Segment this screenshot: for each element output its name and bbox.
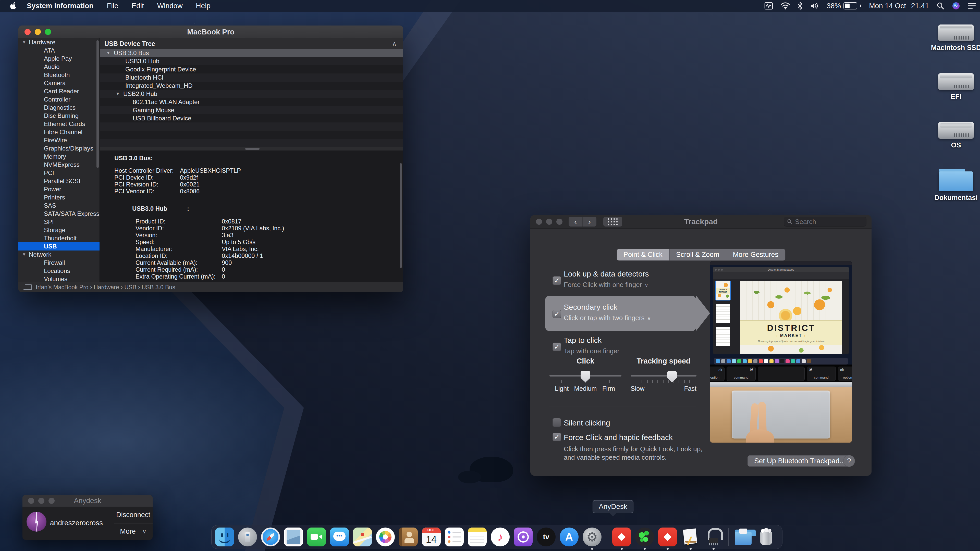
desktop-icon-efi[interactable]: EFI <box>925 73 980 100</box>
more-button[interactable]: More∨ <box>114 523 153 540</box>
sidebar-item[interactable]: USB <box>18 242 100 251</box>
menu-item[interactable]: Help <box>196 2 210 10</box>
forward-button[interactable]: › <box>582 217 597 227</box>
sidebar-item[interactable]: SPI <box>18 218 100 226</box>
si-title-bar[interactable]: MacBook Pro <box>18 25 403 38</box>
setup-bluetooth-trackpad-button[interactable]: Set Up Bluetooth Trackpad... <box>748 455 852 467</box>
dock-icon-podcasts[interactable] <box>514 527 533 546</box>
desktop-icon-macintosh-ssd[interactable]: Macintosh SSD <box>925 24 980 52</box>
sidebar-item[interactable]: ATA <box>18 46 100 55</box>
sidebar-item[interactable]: ▼ Network <box>18 251 100 259</box>
desktop-icon-os[interactable]: OS <box>925 122 980 149</box>
help-button[interactable]: ? <box>843 455 855 467</box>
sidebar-item[interactable]: Audio <box>18 63 100 71</box>
dock-icon-chip-tool[interactable] <box>704 527 723 546</box>
details-scrollbar[interactable] <box>400 163 402 268</box>
dock-icon-launchpad[interactable] <box>238 527 257 546</box>
dock-icon-safari[interactable] <box>261 527 280 546</box>
tree-row[interactable]: ▼ USB 3.0 Bus <box>100 49 403 57</box>
sidebar-item[interactable]: Graphics/Displays <box>18 144 100 152</box>
bluetooth-icon[interactable] <box>797 2 803 10</box>
dock-icon-finder[interactable] <box>215 527 234 546</box>
volume-icon[interactable] <box>810 2 819 10</box>
sidebar-item[interactable]: PCI <box>18 169 100 177</box>
dock-icon-contacts[interactable] <box>399 527 418 546</box>
tree-row[interactable]: Gaming Mouse <box>100 106 403 114</box>
desktop-icon-dokumentasi[interactable]: Dokumentasi <box>925 169 980 202</box>
dock-icon-easel-app[interactable] <box>681 527 700 546</box>
dock-icon-anydesk[interactable] <box>612 527 631 546</box>
dock-icon-messages[interactable]: ••• <box>330 527 349 546</box>
search-field[interactable] <box>784 217 866 227</box>
dock-icon-notes[interactable] <box>468 527 487 546</box>
tracking-slider-track[interactable] <box>631 375 697 376</box>
dock-icon-app-store[interactable]: A <box>560 527 579 546</box>
sidebar-item[interactable]: Bluetooth <box>18 71 100 79</box>
tree-row[interactable]: Goodix Fingerprint Device <box>100 65 403 73</box>
dock-icon-facetime[interactable] <box>307 527 326 546</box>
sidebar-item[interactable]: Storage <box>18 226 100 234</box>
menu-item[interactable]: Edit <box>132 2 144 10</box>
lookup-sub[interactable]: Force Click with one finger∨ <box>564 281 649 289</box>
sidebar-item[interactable]: Parallel SCSI <box>18 177 100 185</box>
back-button[interactable]: ‹ <box>569 217 582 227</box>
sidebar-item[interactable]: NVMExpress <box>18 161 100 169</box>
notification-center-icon[interactable] <box>968 3 976 9</box>
tree-row[interactable] <box>100 122 403 130</box>
dock-icon-calendar[interactable]: OCT 14 <box>422 527 441 546</box>
dock-icon-photos[interactable] <box>376 527 395 546</box>
tree-row[interactable]: Integrated_Webcam_HD <box>100 82 403 90</box>
secondary-click-sub[interactable]: Click or tap with two fingers∨ <box>564 314 651 322</box>
dock-icon-maps[interactable] <box>353 527 372 546</box>
dock-icon-downloads-folder[interactable] <box>734 527 752 546</box>
sidebar-item[interactable]: Firewall <box>18 259 100 267</box>
collapse-chevron-icon[interactable]: ∧ <box>392 40 396 47</box>
sidebar-item[interactable]: SAS <box>18 202 100 210</box>
dock-icon-system-preferences[interactable]: ⚙ <box>583 527 601 546</box>
sidebar-item[interactable]: SATA/SATA Express <box>18 210 100 218</box>
secondary-click-checkbox[interactable]: ✓ <box>552 310 561 318</box>
trackpad-demo-video[interactable]: District Market.pages DISTRICTMARKET DIS… <box>710 261 852 443</box>
wifi-icon[interactable] <box>781 2 790 10</box>
sidebar-item[interactable]: Disc Burning <box>18 112 100 120</box>
menu-item[interactable]: File <box>107 2 118 10</box>
sidebar-item[interactable]: Controller <box>18 95 100 103</box>
search-input[interactable] <box>794 218 863 226</box>
show-all-preferences-button[interactable] <box>603 217 622 227</box>
dock-icon-green-utility[interactable] <box>635 527 654 546</box>
menu-item[interactable]: Window <box>157 2 183 10</box>
menubar-clock[interactable]: Mon 14 Oct 21.41 <box>869 2 929 10</box>
battery-status[interactable]: 38% <box>827 2 861 10</box>
dock-icon-reminders[interactable] <box>445 527 464 546</box>
tree-row[interactable]: USB3.0 Hub <box>100 57 403 65</box>
tab[interactable]: Scroll & Zoom <box>669 249 726 260</box>
sidebar-item[interactable]: Volumes <box>18 275 100 282</box>
silent-clicking-checkbox[interactable]: ✓ <box>552 418 561 427</box>
tab[interactable]: Point & Click <box>617 249 669 260</box>
sidebar-item[interactable]: Power <box>18 185 100 193</box>
disclosure-triangle-icon[interactable]: ▼ <box>116 91 123 97</box>
siri-icon[interactable] <box>952 2 960 10</box>
disclosure-triangle-icon[interactable]: ▼ <box>22 252 29 257</box>
tab[interactable]: More Gestures <box>726 249 785 260</box>
disconnect-button[interactable]: Disconnect <box>114 507 153 523</box>
apple-menu-icon[interactable] <box>10 2 17 10</box>
dock-icon-music[interactable]: ♪ <box>491 527 510 546</box>
dock-icon-mail[interactable] <box>284 527 303 546</box>
sidebar-scrollbar[interactable] <box>97 40 99 168</box>
anydesk-title-bar[interactable]: Anydesk <box>22 495 153 507</box>
tree-row[interactable]: ▼ USB2.0 Hub <box>100 90 403 98</box>
lookup-checkbox[interactable]: ✓ <box>552 276 561 285</box>
tp-title-bar[interactable]: Trackpad ‹ › <box>530 215 872 229</box>
tree-row[interactable]: USB Billboard Device <box>100 114 403 122</box>
sidebar-item[interactable]: Diagnostics <box>18 103 100 112</box>
sidebar-item[interactable]: ▼ Hardware <box>18 38 100 46</box>
sidebar-item[interactable]: Fibre Channel <box>18 128 100 136</box>
sidebar-item[interactable]: Memory <box>18 152 100 161</box>
breadcrumb[interactable]: Irfan’s MacBook Pro › Hardware › USB › U… <box>36 284 175 291</box>
tree-row[interactable]: Bluetooth HCI <box>100 73 403 82</box>
splitter-handle[interactable] <box>245 148 259 150</box>
tree-row[interactable]: 802.11ac WLAN Adapter <box>100 98 403 106</box>
dock-icon-anydesk-2[interactable] <box>658 527 677 546</box>
dock-icon-apple-tv[interactable]: tv <box>537 527 555 546</box>
